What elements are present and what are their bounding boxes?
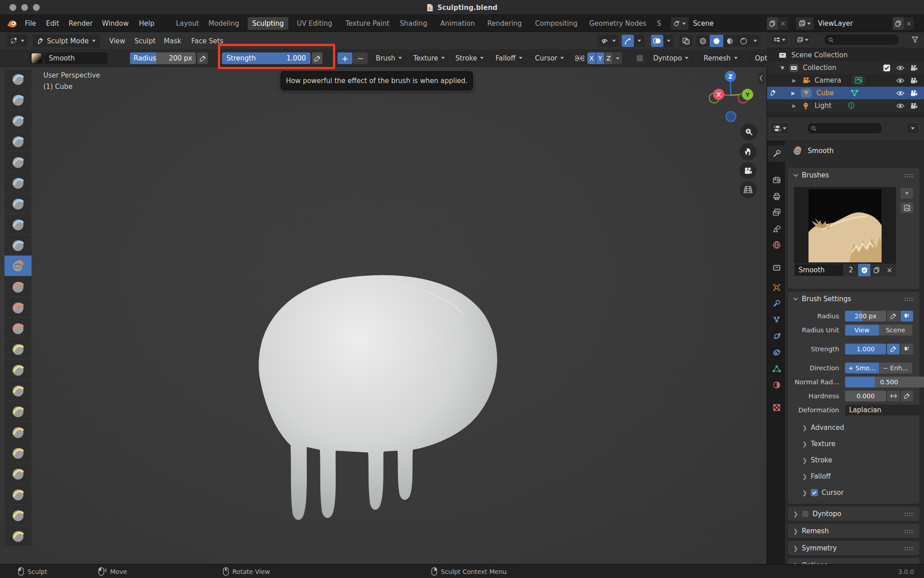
strength-pressure-toggle[interactable] xyxy=(887,344,900,354)
filter-icon[interactable] xyxy=(911,36,919,43)
subpanel-texture[interactable]: ❯Texture xyxy=(802,440,836,448)
exclude-checkbox-icon[interactable] xyxy=(883,64,891,72)
outliner-row-cube[interactable]: ▶ Cube xyxy=(767,87,924,99)
deformation-dropdown[interactable]: Laplacian xyxy=(845,405,924,415)
brush-boundary-button[interactable] xyxy=(5,526,32,546)
cursor-checkbox[interactable] xyxy=(811,489,818,496)
breadcrumb-label[interactable]: Smooth xyxy=(808,147,834,155)
disable-render-camera-icon[interactable] xyxy=(910,90,918,97)
shading-rendered-button[interactable] xyxy=(737,35,750,47)
properties-tab-particles[interactable] xyxy=(768,312,785,328)
subpanel-falloff[interactable]: ❯Falloff xyxy=(802,472,831,480)
gizmos-toggle[interactable] xyxy=(622,35,634,47)
mesh-data-icon[interactable] xyxy=(850,89,859,97)
subpanel-advanced[interactable]: ❯Advanced xyxy=(802,424,844,432)
sidebar-collapse-arrow[interactable] xyxy=(758,72,764,84)
menu-view[interactable]: View xyxy=(109,32,125,50)
tab-modeling[interactable]: Modeling xyxy=(204,17,244,30)
brush-name-field[interactable]: Smooth xyxy=(794,264,844,276)
shading-wireframe-button[interactable] xyxy=(696,35,710,47)
popover-cursor[interactable]: Cursor xyxy=(531,52,568,64)
outliner-row-camera[interactable]: ▶ Camera xyxy=(767,74,924,87)
symmetry-panel[interactable]: ❯Symmetry xyxy=(788,541,919,555)
brush-draw-sharp-button[interactable] xyxy=(5,89,32,110)
brush-inflate-button[interactable] xyxy=(5,193,32,214)
brush-pose-button[interactable] xyxy=(5,443,32,463)
properties-tab-collection[interactable] xyxy=(768,259,785,275)
scene-unlink-button[interactable] xyxy=(778,17,788,30)
properties-tab-scene[interactable] xyxy=(768,220,785,237)
brush-grab-button[interactable] xyxy=(5,359,32,380)
menu-window[interactable]: Window xyxy=(102,15,129,32)
brush-snake-hook-button[interactable] xyxy=(5,401,32,421)
3d-viewport[interactable]: User Perspective (1) Cube Z X Y xyxy=(0,67,767,564)
strength-pressure-toggle[interactable] xyxy=(312,52,323,64)
fake-user-toggle[interactable] xyxy=(858,264,870,276)
radius-pressure-toggle[interactable] xyxy=(197,52,208,64)
mirror-y-toggle[interactable]: Y xyxy=(596,52,604,64)
disclosure-closed-icon[interactable]: ▶ xyxy=(792,78,796,84)
popover-texture[interactable]: Texture xyxy=(410,52,448,64)
properties-options-button[interactable] xyxy=(906,122,919,134)
brush-selector-dropdown[interactable] xyxy=(901,188,913,199)
menu-edit[interactable]: Edit xyxy=(46,15,59,32)
strength-unified-toggle[interactable] xyxy=(901,344,913,354)
light-data-icon[interactable] xyxy=(847,101,856,110)
properties-tab-render[interactable] xyxy=(768,172,785,188)
remesh-panel[interactable]: ❯Remesh xyxy=(788,524,919,538)
radius-slider[interactable]: Radius 200 px xyxy=(130,52,196,64)
brush-rotate-button[interactable] xyxy=(5,484,32,504)
hardness-pressure-toggle[interactable] xyxy=(901,391,913,401)
tab-layout[interactable]: Layout xyxy=(171,17,203,30)
dyntopo-panel-checkbox[interactable] xyxy=(802,510,809,517)
overlays-toggle[interactable] xyxy=(651,35,663,47)
brush-settings-panel-header[interactable]: Brush Settings xyxy=(788,292,919,306)
brush-blob-button[interactable] xyxy=(5,214,32,234)
properties-tab-texture[interactable] xyxy=(768,399,785,415)
options-panel[interactable]: ❯Options xyxy=(788,558,919,564)
properties-search-input[interactable] xyxy=(819,125,878,132)
tab-uv-editing[interactable]: UV Editing xyxy=(292,17,337,30)
brush-crease-button[interactable] xyxy=(5,235,32,255)
menu-render[interactable]: Render xyxy=(69,15,92,32)
scene-browse-icon[interactable] xyxy=(671,17,688,30)
subpanel-cursor[interactable]: ❯ Cursor xyxy=(802,489,844,497)
popover-falloff[interactable]: Falloff xyxy=(491,52,527,64)
tab-sculpting[interactable]: Sculpting xyxy=(248,17,288,30)
disclosure-closed-icon[interactable]: ▶ xyxy=(792,103,796,109)
hardness-invert-toggle[interactable] xyxy=(887,391,900,401)
dyntopo-panel[interactable]: ❯Dyntopo xyxy=(788,507,919,521)
viewlayer-name[interactable]: ViewLayer xyxy=(813,17,893,30)
brush-nudge-button[interactable] xyxy=(5,463,32,484)
xray-toggle[interactable] xyxy=(679,35,692,47)
properties-tab-physics[interactable] xyxy=(768,328,785,344)
viewport-zoom-button[interactable] xyxy=(740,123,758,140)
viewlayer-remove-button[interactable] xyxy=(904,17,914,30)
brush-slide-relax-button[interactable] xyxy=(5,505,32,525)
properties-tab-constraints[interactable] xyxy=(768,344,785,360)
panel-grip[interactable] xyxy=(904,546,914,550)
outliner-row-collection[interactable]: ▼ Collection xyxy=(767,61,924,74)
strength-slider[interactable]: Strength 1.000 xyxy=(222,52,310,64)
add-brush-button[interactable]: + xyxy=(337,52,352,64)
hide-eye-icon[interactable] xyxy=(896,65,905,71)
shading-dropdown[interactable] xyxy=(750,35,760,47)
menu-file[interactable]: File xyxy=(25,15,36,32)
disclosure-closed-icon[interactable]: ▶ xyxy=(791,90,795,96)
brush-smooth-button[interactable] xyxy=(5,256,32,276)
outliner-search-input[interactable] xyxy=(836,36,895,43)
direction-smooth[interactable]: + Smo... xyxy=(845,363,879,373)
panel-grip[interactable] xyxy=(904,297,914,301)
hide-eye-icon[interactable] xyxy=(896,78,905,84)
gizmos-dropdown[interactable] xyxy=(634,35,644,47)
remove-brush-button[interactable]: − xyxy=(353,52,368,64)
mode-selector[interactable]: Sculpt Mode xyxy=(32,34,100,47)
tab-compositing[interactable]: Compositing xyxy=(531,17,582,30)
sculpted-mesh[interactable] xyxy=(226,261,532,541)
menu-help[interactable]: Help xyxy=(139,15,154,32)
scene-name[interactable]: Scene xyxy=(688,17,767,30)
popover-dyntopo[interactable]: Dyntopo xyxy=(647,52,695,64)
properties-tab-modifiers[interactable] xyxy=(768,295,785,312)
brush-draw-button[interactable] xyxy=(5,69,32,89)
mirror-z-toggle[interactable]: Z xyxy=(605,52,613,64)
